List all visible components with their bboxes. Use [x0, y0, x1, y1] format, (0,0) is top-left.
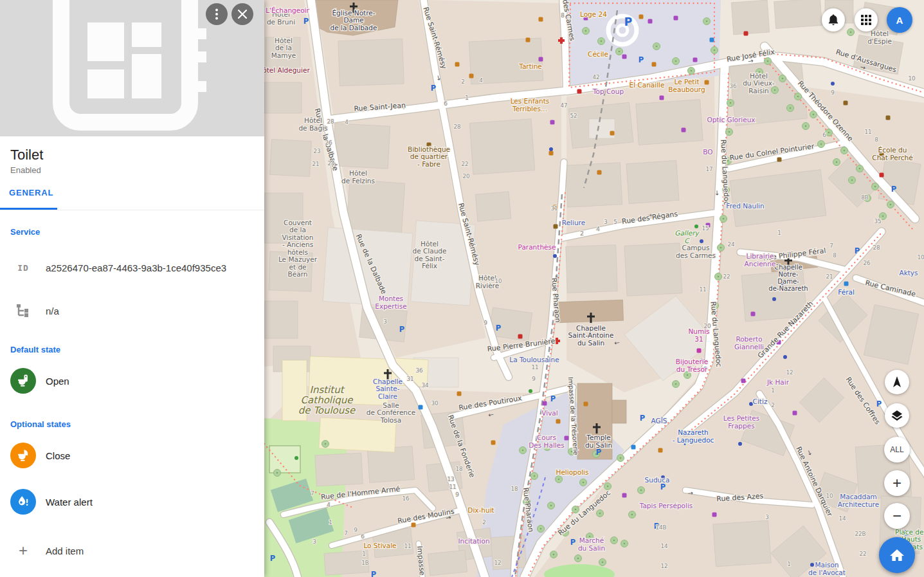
- map-poi-label: École duChat Perché: [872, 146, 912, 161]
- house-number: 36: [729, 83, 737, 89]
- poi-icon: [844, 282, 849, 286]
- office-dot-icon: [783, 355, 787, 359]
- parking-icon: P: [496, 324, 501, 333]
- house-number: 10: [908, 75, 916, 82]
- zoom-in-button[interactable]: +: [884, 470, 910, 496]
- compass-locate-button[interactable]: [885, 370, 909, 394]
- house-number: 16: [402, 495, 410, 502]
- home-icon: [889, 547, 905, 563]
- map-poi-label: Nazareth- Languedoc: [673, 428, 714, 444]
- map-poi-label: LibrairieAncienne: [745, 252, 776, 268]
- house-number: 35: [874, 218, 881, 224]
- state-row-water-alert[interactable]: Water alert: [10, 489, 264, 515]
- poi-icon: [518, 334, 523, 339]
- house-number: 10: [826, 493, 833, 499]
- poi-icon: [550, 120, 555, 125]
- house-number: 26: [325, 140, 332, 146]
- poi-icon: [491, 441, 496, 445]
- state-label-open: Open: [46, 376, 69, 387]
- oneway-arrow-icon: →: [687, 490, 693, 497]
- more-options-button[interactable]: [206, 3, 228, 25]
- house-number: 4: [596, 226, 600, 232]
- kebab-menu-icon: [215, 8, 218, 20]
- house-number: 11: [531, 364, 538, 371]
- all-label: ALL: [890, 445, 903, 454]
- poi-icon: [526, 38, 530, 42]
- misc-green-icon: [294, 456, 298, 460]
- house-number: 13: [447, 476, 454, 482]
- map-poi-label: Vival: [541, 409, 557, 417]
- poi-icon: [652, 62, 657, 67]
- map-poi-label: El Canaille: [630, 81, 665, 89]
- state-row-open[interactable]: Open: [10, 368, 264, 394]
- office-dot-icon: [810, 563, 814, 567]
- house-number: 3: [313, 538, 316, 545]
- poi-icon: [457, 392, 462, 396]
- map-poi-label: La Toulousaine: [509, 356, 559, 363]
- map-poi-label: Tartine: [518, 62, 542, 70]
- house-number: 14: [838, 515, 846, 522]
- map-area[interactable]: PPPPPPPPPPPPPPPPPPP →→→→→→→→→→→→→→ Rue S…: [264, 0, 924, 577]
- house-number: 17: [705, 166, 712, 172]
- house-number: 4: [479, 77, 483, 84]
- parking-icon: P: [570, 538, 575, 547]
- avatar[interactable]: A: [887, 7, 912, 33]
- poi-icon: [556, 419, 561, 424]
- close-panel-button[interactable]: [231, 3, 253, 25]
- poi-icon: [705, 80, 709, 85]
- house-number: 6: [822, 132, 826, 138]
- apps-grid-button[interactable]: [855, 8, 878, 32]
- house-number: 9: [354, 527, 358, 533]
- house-number: 6: [444, 100, 448, 107]
- parking-icon: P: [431, 84, 436, 93]
- house-number: 8: [561, 12, 565, 19]
- map-poi-label: Citiz: [753, 398, 768, 405]
- house-number: 24: [327, 160, 335, 167]
- poi-icon: [693, 58, 698, 62]
- house-number: 11: [864, 129, 871, 135]
- house-number: 18: [455, 466, 462, 472]
- home-button[interactable]: [879, 537, 915, 573]
- poi-icon: [622, 55, 627, 59]
- poi-icon: [419, 405, 423, 410]
- notifications-button[interactable]: [822, 8, 845, 32]
- avatar-letter: A: [896, 15, 903, 26]
- misc-green-icon: [529, 389, 532, 393]
- page-title: Toilet: [10, 147, 254, 163]
- add-item-row[interactable]: + Add item: [10, 542, 264, 560]
- office-dot-icon: [738, 442, 742, 446]
- map-canvas[interactable]: PPPPPPPPPPPPPPPPPPP →→→→→→→→→→→→→→ Rue S…: [264, 0, 924, 577]
- parking-icon: P: [371, 570, 376, 577]
- office-dot-icon: [772, 297, 776, 301]
- zoom-out-button[interactable]: −: [884, 503, 910, 529]
- house-number: 22: [723, 273, 730, 280]
- layers-button[interactable]: [885, 403, 909, 428]
- map-poi-label: Féral: [838, 288, 855, 296]
- map-poi-label: Top Coup: [592, 87, 624, 95]
- house-number: 12: [494, 560, 501, 566]
- toilet-open-icon: [10, 368, 36, 394]
- tab-general[interactable]: GENERAL: [9, 188, 53, 197]
- house-number: 20: [462, 173, 470, 179]
- detail-panel: Toilet Enabled GENERAL Service ID a25264…: [0, 0, 264, 577]
- house-number: 2: [482, 519, 486, 526]
- panel-header-image: [0, 0, 264, 136]
- poi-icon: [543, 401, 547, 406]
- poi-icon: [631, 445, 636, 450]
- hierarchy-value: n/a: [46, 306, 59, 316]
- tab-bar: GENERAL: [0, 175, 264, 210]
- house-number: 18: [511, 486, 518, 492]
- house-number: 10: [917, 254, 924, 261]
- misc-green-icon: [694, 224, 698, 228]
- all-layers-button[interactable]: ALL: [884, 437, 910, 463]
- plus-icon: +: [892, 475, 901, 491]
- poi-icon: [539, 17, 543, 22]
- oneway-arrow-icon: →: [614, 340, 621, 347]
- house-number: 7: [311, 490, 314, 497]
- state-row-close[interactable]: Close: [10, 443, 264, 468]
- service-id-value: a2526470-ea87-4463-9a3b-1ce40f935ce3: [46, 262, 226, 273]
- poi-icon: [886, 116, 891, 120]
- poi-icon: [610, 131, 615, 136]
- house-number: 20: [703, 323, 711, 329]
- office-dot-icon: [831, 82, 835, 86]
